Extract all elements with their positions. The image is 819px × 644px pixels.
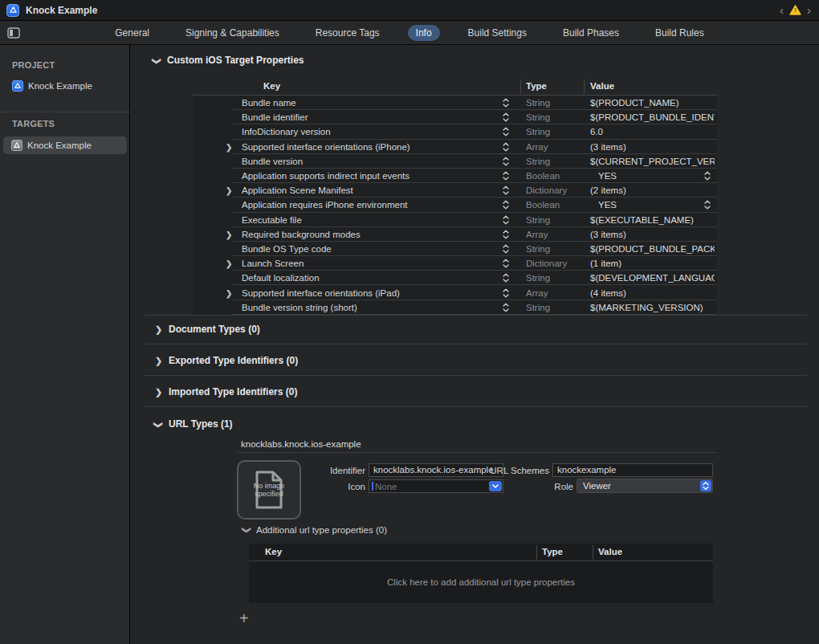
up-down-chevrons-icon [700, 480, 711, 491]
property-value: (1 item) [590, 259, 621, 268]
key-stepper-icon[interactable] [503, 230, 509, 239]
property-row[interactable]: ❯ Default localization String $(DEVELOPM… [193, 271, 717, 285]
property-row[interactable]: ❯ Required background modes Array (3 ite… [193, 227, 717, 242]
property-row[interactable]: ❯ Supported interface orientations (iPad… [193, 285, 717, 300]
property-row[interactable]: ❯ Bundle version String $(CURRENT_PROJEC… [193, 154, 717, 169]
url-schemes-field[interactable]: knockexample [552, 463, 713, 477]
property-key: Application requires iPhone environment [242, 200, 407, 210]
property-key: Default localization [242, 273, 320, 283]
additional-table-header: Key Type Value [249, 544, 713, 561]
tab-resource-tags[interactable]: Resource Tags [308, 25, 388, 41]
key-stepper-icon[interactable] [503, 142, 509, 152]
forward-chevron-icon[interactable]: › [807, 4, 811, 16]
property-key: Launch Screen [242, 259, 304, 268]
property-value: (3 items) [590, 230, 626, 239]
tab-build-settings[interactable]: Build Settings [460, 25, 535, 41]
property-type: String [526, 98, 550, 108]
key-stepper-icon[interactable] [503, 171, 509, 181]
url-type-name: knocklabs.knock.ios-example [241, 439, 361, 449]
role-popup-button[interactable]: Viewer [577, 479, 713, 493]
key-stepper-icon[interactable] [503, 259, 509, 268]
disclosure-chevron-icon[interactable]: ❯ [226, 142, 232, 151]
key-stepper-icon[interactable] [503, 185, 509, 195]
property-row[interactable]: ❯ Bundle identifier String $(PRODUCT_BUN… [193, 110, 717, 124]
section-imported-type-identifiers[interactable]: ❯ Imported Type Identifiers (0) [155, 386, 297, 397]
property-row[interactable]: ❯ Bundle version string (short) String $… [193, 300, 717, 315]
additional-properties-empty-row[interactable]: Click here to add additional url type pr… [249, 561, 713, 603]
warning-icon[interactable]: ! [789, 5, 801, 15]
property-row[interactable]: ❯ Launch Screen Dictionary (1 item) [193, 256, 717, 271]
tab-signing-capabilities[interactable]: Signing & Capabilities [177, 25, 287, 41]
tab-build-phases[interactable]: Build Phases [555, 25, 627, 41]
section-document-types[interactable]: ❯ Document Types (0) [155, 324, 260, 335]
property-row[interactable]: ❯ Bundle OS Type code String $(PRODUCT_B… [193, 242, 717, 256]
property-value: $(EXECUTABLE_NAME) [590, 215, 694, 225]
divider [593, 545, 593, 560]
property-row[interactable]: ❯ Executable file String $(EXECUTABLE_NA… [193, 213, 717, 227]
boolean-stepper-icon[interactable] [704, 200, 711, 210]
divider [237, 452, 717, 453]
property-key: Executable file [242, 215, 302, 225]
disclosure-chevron-icon[interactable]: ❯ [226, 259, 232, 268]
property-row[interactable]: ❯ Application Scene Manifest Dictionary … [193, 183, 717, 198]
editor-content: ❯ Custom iOS Target Properties Key Type … [131, 45, 819, 644]
key-stepper-icon[interactable] [503, 244, 509, 254]
divider [520, 79, 521, 94]
property-value: YES [598, 200, 617, 210]
key-stepper-icon[interactable] [503, 303, 509, 312]
section-exported-type-identifiers[interactable]: ❯ Exported Type Identifiers (0) [155, 355, 298, 366]
property-type: Boolean [526, 200, 560, 210]
key-stepper-icon[interactable] [503, 157, 509, 166]
property-row[interactable]: ❯ Application supports indirect input ev… [193, 169, 717, 183]
icon-combobox[interactable]: None [369, 479, 503, 493]
url-schemes-label: URL Schemes [469, 466, 549, 475]
divider [584, 79, 585, 94]
property-value: $(CURRENT_PROJECT_VERS [590, 157, 715, 166]
section-custom-ios-properties[interactable]: ❯ Custom iOS Target Properties [153, 55, 304, 66]
xcode-project-icon [6, 4, 19, 17]
disclosure-chevron-icon[interactable]: ❯ [226, 230, 232, 238]
property-key: Bundle version [242, 157, 303, 166]
section-url-types[interactable]: ❯ URL Types (1) [155, 418, 233, 430]
sidebar-item-target-selected[interactable]: Knock Example [3, 137, 127, 154]
divider [145, 375, 807, 376]
property-row[interactable]: ❯ Application requires iPhone environmen… [193, 198, 717, 212]
property-value: $(PRODUCT_BUNDLE_IDENT [590, 112, 715, 122]
identifier-label: Identifier [285, 466, 365, 475]
key-stepper-icon[interactable] [503, 273, 509, 283]
tab-build-rules[interactable]: Build Rules [647, 25, 712, 41]
property-row[interactable]: ❯ InfoDictionary version String 6.0 [193, 124, 717, 139]
back-chevron-icon[interactable]: ‹ [780, 4, 784, 16]
role-label: Role [493, 482, 573, 491]
property-key: Application supports indirect input even… [242, 171, 410, 181]
key-stepper-icon[interactable] [503, 215, 509, 225]
property-key: Required background modes [242, 230, 361, 239]
tab-info[interactable]: Info [408, 25, 440, 41]
property-value: $(PRODUCT_BUNDLE_PACKA [590, 244, 715, 254]
property-key: Bundle identifier [242, 112, 308, 122]
key-stepper-icon[interactable] [503, 127, 509, 137]
chevron-right-icon: ❯ [155, 324, 162, 335]
key-stepper-icon[interactable] [503, 200, 509, 210]
tab-general[interactable]: General [107, 25, 157, 41]
text-cursor [372, 482, 373, 491]
key-stepper-icon[interactable] [503, 288, 509, 298]
window-title: Knock Example [26, 5, 97, 16]
chevron-down-icon: ❯ [153, 421, 164, 428]
sidebar-item-project[interactable]: Knock Example [12, 80, 92, 92]
disclosure-chevron-icon[interactable]: ❯ [226, 186, 232, 195]
property-type: Dictionary [526, 259, 567, 268]
boolean-stepper-icon[interactable] [704, 171, 711, 181]
property-key: Supported interface orientations (iPad) [242, 288, 400, 298]
add-url-type-button[interactable]: + [239, 611, 249, 626]
property-row[interactable]: ❯ Supported interface orientations (iPho… [193, 140, 717, 154]
sidebar-toggle-icon[interactable] [7, 27, 20, 42]
property-type: Array [526, 230, 548, 239]
key-stepper-icon[interactable] [503, 98, 509, 108]
key-stepper-icon[interactable] [503, 112, 509, 122]
additional-properties-disclosure[interactable]: ❯ Additional url type properties (0) [243, 524, 387, 535]
property-row[interactable]: ❯ Bundle name String $(PRODUCT_NAME) [193, 96, 717, 110]
property-type: String [526, 215, 550, 225]
divider [145, 344, 807, 344]
disclosure-chevron-icon[interactable]: ❯ [226, 288, 232, 297]
